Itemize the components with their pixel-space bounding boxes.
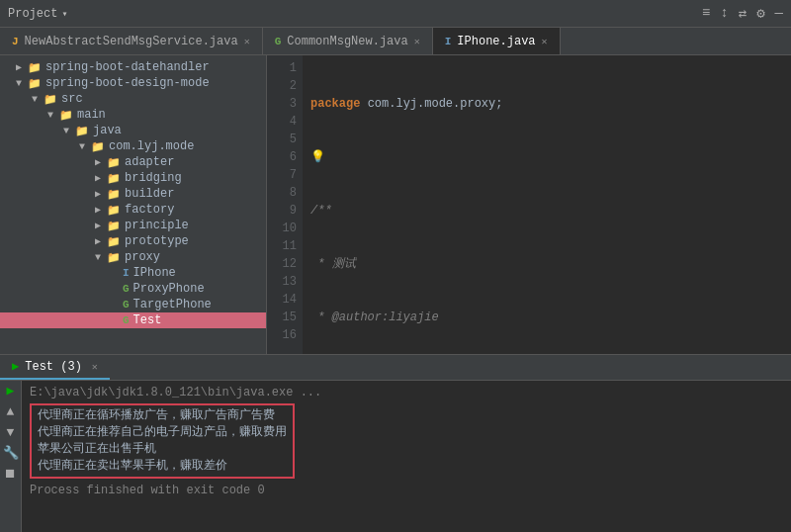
settings-icon[interactable]: ⚙	[756, 5, 764, 22]
folder-icon: 📁	[28, 61, 42, 74]
run-tab-label: Test (3)	[25, 360, 82, 374]
arrow-icon: ▼	[95, 252, 107, 263]
sidebar-label: Test	[133, 313, 162, 327]
sidebar-item-builder[interactable]: ▶ 📁 builder	[0, 186, 266, 202]
sidebar-item-adapter[interactable]: ▶ 📁 adapter	[0, 154, 266, 170]
java-blue-icon: I	[123, 267, 130, 279]
tab-label: CommonMsgNew.java	[287, 35, 407, 48]
stop-button[interactable]: ⏹	[4, 468, 17, 481]
run-button[interactable]: ▶	[7, 385, 15, 398]
sidebar-label: ProxyPhone	[133, 282, 205, 296]
sidebar-label: prototype	[125, 234, 189, 248]
arrow-icon: ▼	[63, 126, 75, 136]
down-button[interactable]: ▼	[7, 426, 15, 439]
sidebar-label: java	[93, 124, 122, 137]
sidebar-item-design-mode[interactable]: ▼ 📁 spring-boot-design-mode	[0, 75, 266, 91]
project-label: Project ▾	[8, 7, 67, 21]
wrench-icon[interactable]: 🔧	[3, 447, 19, 460]
arrow-icon: ▶	[16, 61, 28, 73]
sidebar-item-bridging[interactable]: ▶ 📁 bridging	[0, 170, 266, 186]
sidebar-label: principle	[125, 219, 189, 232]
sidebar-label: IPhone	[133, 266, 176, 280]
sidebar-item-targetphone[interactable]: G TargetPhone	[0, 297, 266, 312]
arrow-icon: ▼	[16, 78, 28, 89]
bottom-panel: ▶ Test (3) ✕ ▶ ▲ ▼ 🔧 ⏹ E:\java\jdk\jdk1.…	[0, 354, 791, 532]
sidebar-label: src	[61, 92, 83, 106]
up-button[interactable]: ▲	[7, 405, 15, 418]
folder-icon: 📁	[107, 156, 121, 169]
folder-icon: 📁	[91, 140, 105, 153]
tab-run[interactable]: ▶ Test (3) ✕	[0, 355, 110, 380]
sidebar-item-src[interactable]: ▼ 📁 src	[0, 91, 266, 107]
sidebar: ▶ 📁 spring-boot-datehandler ▼ 📁 spring-b…	[0, 55, 267, 354]
sidebar-item-com-lyj-mode[interactable]: ▼ 📁 com.lyj.mode	[0, 138, 266, 154]
sidebar-item-proxyphone[interactable]: G ProxyPhone	[0, 281, 266, 297]
sidebar-item-iphone[interactable]: I IPhone	[0, 265, 266, 281]
arrow-icon: ▶	[95, 188, 107, 200]
sidebar-label: adapter	[125, 155, 174, 169]
tab-close-icon[interactable]: ✕	[244, 36, 250, 47]
arrow-icon: ▶	[95, 156, 107, 168]
editor-content: 1 2 3 4 5 6 7 8 9 10 11 12 13 14 15 16 p…	[267, 55, 791, 354]
output-line-1: 代理商正在循环播放广告，赚取广告商广告费	[38, 407, 287, 424]
folder-icon: 📁	[28, 77, 42, 90]
g-icon: G	[275, 36, 282, 47]
folder-icon: 📁	[44, 93, 57, 106]
sidebar-item-test[interactable]: G Test	[0, 312, 266, 328]
sidebar-item-proxy[interactable]: ▼ 📁 proxy	[0, 249, 266, 265]
sidebar-item-principle[interactable]: ▶ 📁 principle	[0, 218, 266, 233]
sidebar-item-factory[interactable]: ▶ 📁 factory	[0, 202, 266, 218]
tab-common-msg[interactable]: G CommonMsgNew.java ✕	[263, 28, 433, 54]
sidebar-label: builder	[125, 187, 174, 201]
java-green-icon: G	[123, 314, 130, 326]
sidebar-item-prototype[interactable]: ▶ 📁 prototype	[0, 233, 266, 249]
java-green-icon: G	[123, 299, 130, 310]
output-cmd-line: E:\java\jdk\jdk1.8.0_121\bin\java.exe ..…	[30, 385, 783, 401]
tab-bar: J NewAbstractSendMsgService.java ✕ G Com…	[0, 28, 791, 55]
output-line-2: 代理商正在推荐自己的电子周边产品，赚取费用	[38, 424, 287, 441]
folder-icon: 📁	[107, 251, 121, 264]
java-icon: J	[12, 36, 19, 47]
sidebar-item-datehandler[interactable]: ▶ 📁 spring-boot-datehandler	[0, 59, 266, 75]
sidebar-label: TargetPhone	[133, 298, 212, 311]
tab-close-icon[interactable]: ✕	[414, 36, 420, 47]
arrow-icon: ▶	[95, 235, 107, 247]
line-numbers: 1 2 3 4 5 6 7 8 9 10 11 12 13 14 15 16	[267, 55, 303, 354]
code-line-5: * @author:liyajie	[310, 309, 783, 326]
bottom-tab-bar: ▶ Test (3) ✕	[0, 355, 791, 381]
tab-new-abstract[interactable]: J NewAbstractSendMsgService.java ✕	[0, 28, 263, 54]
arrow-icon: ▶	[95, 172, 107, 184]
output-finish-line: Process finished with exit code 0	[30, 483, 783, 499]
arrow-icon: ▶	[95, 220, 107, 231]
tab-iphone[interactable]: I IPhone.java ✕	[433, 28, 561, 54]
menu-icon[interactable]: ≡	[702, 5, 710, 22]
sidebar-item-java[interactable]: ▼ 📁 java	[0, 123, 266, 138]
sidebar-label: proxy	[125, 250, 160, 264]
code-line-1: package com.lyj.mode.proxy;	[310, 95, 783, 113]
java-green-icon: G	[123, 283, 130, 295]
scroll-icon[interactable]: ↕	[720, 5, 728, 22]
arrow-icon: ▼	[47, 110, 59, 121]
code-area[interactable]: package com.lyj.mode.proxy; 💡 /** * 测试 *…	[303, 55, 791, 354]
tab-close-icon[interactable]: ✕	[542, 36, 548, 47]
run-output: E:\java\jdk\jdk1.8.0_121\bin\java.exe ..…	[22, 381, 791, 532]
folder-icon: 📁	[107, 204, 121, 217]
expand-icon[interactable]: ⇄	[739, 5, 747, 22]
bottom-controls: ▶ ▲ ▼ 🔧 ⏹	[0, 381, 22, 532]
output-line-3: 苹果公司正在出售手机	[38, 441, 287, 458]
tab-close-icon[interactable]: ✕	[92, 361, 98, 373]
sidebar-label: spring-boot-datehandler	[45, 60, 210, 74]
arrow-icon: ▼	[79, 141, 91, 152]
main-area: ▶ 📁 spring-boot-datehandler ▼ 📁 spring-b…	[0, 55, 791, 354]
project-title: Project	[8, 7, 57, 21]
top-bar: Project ▾ ≡ ↕ ⇄ ⚙ —	[0, 0, 791, 28]
tab-label: NewAbstractSendMsgService.java	[25, 35, 238, 48]
code-line-4: * 测试	[310, 255, 783, 273]
tab-label: IPhone.java	[457, 35, 535, 48]
sidebar-item-main[interactable]: ▼ 📁 main	[0, 107, 266, 123]
arrow-icon: ▶	[95, 204, 107, 216]
bottom-run-area: ▶ ▲ ▼ 🔧 ⏹ E:\java\jdk\jdk1.8.0_121\bin\j…	[0, 381, 791, 532]
run-icon: ▶	[12, 359, 19, 374]
minimize-icon[interactable]: —	[775, 5, 783, 22]
output-highlighted-block: 代理商正在循环播放广告，赚取广告商广告费 代理商正在推荐自己的电子周边产品，赚取…	[30, 403, 295, 479]
